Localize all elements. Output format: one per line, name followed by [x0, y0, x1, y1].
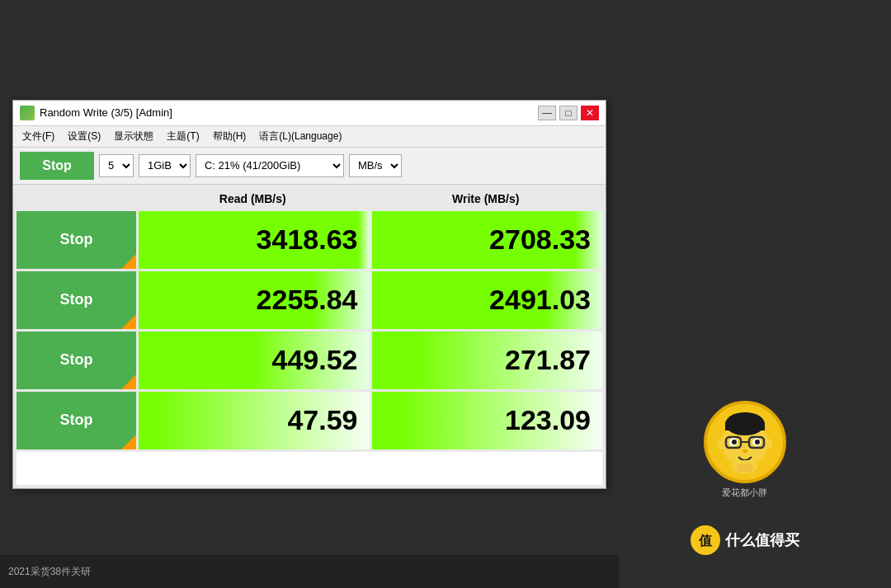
menu-theme[interactable]: 主题(T): [164, 129, 201, 144]
bottom-text: 2021采货38件关研: [8, 565, 91, 579]
toolbar: Stop 5 1GiB C: 21% (41/200GiB) MB/s: [13, 148, 606, 185]
brand-logo-icon: 值: [691, 525, 720, 555]
brand-container: 值 什么值得买: [691, 525, 799, 555]
header-col1: [16, 188, 136, 209]
avatar: [704, 401, 786, 483]
write-value-4: 123.09: [372, 392, 603, 449]
data-row-1: Stop 3418.63 2708.33: [16, 211, 602, 269]
stop-button-4[interactable]: Stop: [16, 392, 136, 449]
svg-point-4: [718, 438, 726, 449]
minimize-button[interactable]: —: [538, 106, 556, 120]
menu-display[interactable]: 显示状態: [111, 129, 156, 144]
svg-rect-15: [737, 463, 753, 472]
menu-bar: 文件(F) 设置(S) 显示状態 主题(T) 帮助(H) 语言(L)(Langu…: [13, 126, 606, 148]
window-title: Random Write (3/5) [Admin]: [40, 106, 538, 119]
maximize-button[interactable]: □: [559, 106, 578, 120]
read-value-2: 2255.84: [139, 271, 370, 329]
header-read: Read (MB/s): [136, 188, 370, 209]
header-write: Write (MB/s): [370, 188, 603, 209]
stop-main-button[interactable]: Stop: [20, 152, 94, 180]
data-row-2: Stop 2255.84 2491.03: [16, 271, 602, 329]
stop-button-3[interactable]: Stop: [16, 332, 136, 389]
write-value-1: 2708.33: [372, 211, 603, 269]
read-value-1: 3418.63: [139, 211, 370, 269]
svg-rect-3: [725, 422, 765, 430]
stop-button-1[interactable]: Stop: [16, 211, 136, 269]
drive-select[interactable]: C: 21% (41/200GiB): [196, 154, 344, 177]
window-controls: — □ ✕: [538, 106, 599, 120]
menu-language[interactable]: 语言(L)(Language): [257, 129, 344, 144]
data-row-3: Stop 449.52 271.87: [16, 332, 602, 389]
avatar-container: 爱花都小胖: [704, 401, 786, 499]
read-value-3: 449.52: [139, 332, 370, 389]
data-row-4: Stop 47.59 123.09: [16, 392, 602, 449]
menu-help[interactable]: 帮助(H): [210, 129, 249, 144]
svg-point-12: [755, 440, 760, 445]
size-select[interactable]: 1GiB: [139, 154, 191, 177]
cdm-window: Random Write (3/5) [Admin] — □ ✕ 文件(F) 设…: [12, 100, 606, 489]
avatar-label: 爱花都小胖: [722, 487, 767, 499]
header-row: Read (MB/s) Write (MB/s): [16, 188, 602, 209]
right-panel: 爱花都小胖 值 什么值得买: [606, 16, 883, 572]
svg-point-11: [732, 440, 737, 445]
content-area: Read (MB/s) Write (MB/s) Stop 3418.63 27…: [13, 185, 606, 488]
unit-select[interactable]: MB/s: [349, 154, 402, 177]
count-select[interactable]: 5: [99, 154, 134, 177]
title-bar: Random Write (3/5) [Admin] — □ ✕: [13, 101, 606, 126]
write-value-3: 271.87: [372, 332, 603, 389]
svg-point-13: [742, 449, 747, 453]
close-button[interactable]: ✕: [581, 106, 599, 120]
write-value-2: 2491.03: [372, 271, 603, 329]
bottom-bar: 2021采货38件关研: [0, 555, 619, 588]
svg-text:值: 值: [698, 534, 713, 548]
menu-file[interactable]: 文件(F): [20, 129, 57, 144]
menu-settings[interactable]: 设置(S): [65, 129, 103, 144]
empty-row: [16, 452, 602, 485]
stop-button-2[interactable]: Stop: [16, 271, 136, 329]
svg-point-5: [764, 438, 772, 449]
cdm-icon: [20, 106, 35, 120]
brand-text: 什么值得买: [725, 530, 799, 550]
read-value-4: 47.59: [139, 392, 370, 449]
